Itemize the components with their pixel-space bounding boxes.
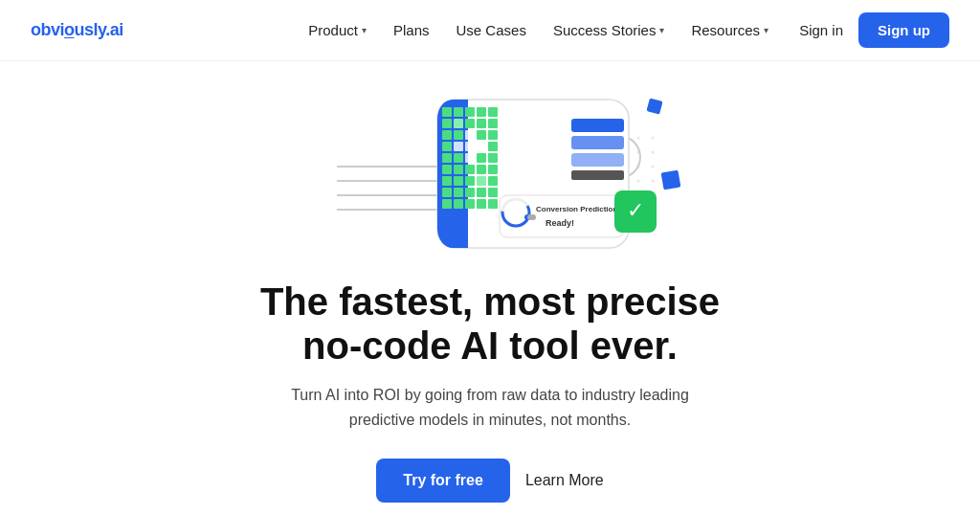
svg-point-91	[530, 214, 536, 220]
svg-rect-65	[442, 176, 452, 186]
svg-rect-80	[571, 119, 624, 132]
logo[interactable]: obviously.ai	[31, 20, 123, 40]
svg-rect-50	[442, 142, 452, 151]
svg-rect-46	[454, 130, 463, 140]
svg-rect-53	[477, 142, 486, 151]
chevron-down-icon: ▾	[659, 25, 664, 35]
svg-point-3	[637, 137, 640, 140]
nav-label-plans: Plans	[393, 22, 430, 38]
svg-point-9	[652, 151, 655, 154]
svg-rect-64	[488, 165, 498, 174]
svg-rect-36	[454, 107, 463, 117]
svg-rect-59	[488, 153, 498, 163]
hero-subtitle: Turn AI into ROI by going from raw data …	[289, 383, 691, 432]
svg-rect-37	[465, 107, 475, 117]
svg-rect-48	[477, 130, 486, 140]
svg-rect-43	[477, 119, 486, 128]
svg-rect-51	[454, 142, 463, 151]
svg-rect-45	[442, 130, 452, 140]
nav-actions: Sign in Sign up	[799, 12, 949, 48]
nav-label-resources: Resources	[691, 22, 760, 38]
svg-rect-62	[465, 165, 475, 174]
svg-rect-73	[477, 188, 486, 197]
svg-rect-58	[477, 153, 486, 163]
learn-more-button[interactable]: Learn More	[525, 472, 604, 489]
navbar: obviously.ai Product ▾ Plans Use Cases S…	[0, 0, 980, 61]
svg-rect-77	[465, 199, 475, 209]
svg-point-14	[652, 166, 655, 168]
svg-rect-78	[477, 199, 486, 209]
svg-rect-44	[488, 119, 498, 128]
svg-rect-74	[488, 188, 498, 197]
svg-rect-83	[571, 170, 624, 180]
svg-rect-39	[488, 107, 498, 117]
svg-rect-71	[454, 188, 463, 197]
svg-rect-56	[454, 153, 463, 163]
svg-rect-76	[454, 199, 463, 209]
svg-rect-66	[454, 176, 463, 186]
svg-rect-35	[442, 107, 452, 117]
svg-point-4	[652, 137, 655, 140]
svg-rect-52	[465, 142, 475, 151]
svg-rect-47	[465, 130, 475, 140]
svg-rect-57	[465, 153, 475, 163]
hero-illustration: Conversion Predictions: Ready! ✓	[279, 71, 701, 262]
svg-rect-81	[571, 136, 624, 149]
svg-rect-40	[442, 119, 452, 128]
svg-point-19	[652, 180, 655, 183]
try-free-button[interactable]: Try for free	[376, 459, 510, 503]
signup-button[interactable]: Sign up	[858, 12, 949, 48]
svg-rect-38	[477, 107, 486, 117]
svg-rect-79	[488, 199, 498, 209]
svg-rect-61	[454, 165, 463, 174]
svg-rect-49	[488, 130, 498, 140]
svg-rect-82	[571, 153, 624, 167]
svg-rect-60	[442, 165, 452, 174]
svg-rect-26	[661, 170, 681, 190]
svg-rect-67	[465, 176, 475, 186]
svg-rect-41	[454, 119, 463, 128]
svg-text:✓: ✓	[627, 198, 644, 222]
svg-rect-70	[442, 188, 452, 197]
svg-rect-42	[465, 119, 475, 128]
svg-rect-55	[442, 153, 452, 163]
logo-text: obviously.ai	[31, 20, 123, 39]
svg-rect-68	[477, 176, 486, 186]
svg-rect-69	[488, 176, 498, 186]
svg-rect-84	[500, 195, 624, 237]
nav-item-resources[interactable]: Resources ▾	[691, 22, 768, 38]
nav-label-usecases: Use Cases	[457, 22, 526, 38]
hero-title: The fastest, most precise no-code AI too…	[241, 280, 739, 368]
nav-links: Product ▾ Plans Use Cases Success Storie…	[308, 22, 768, 38]
svg-text:Conversion Predictions:: Conversion Predictions:	[536, 205, 624, 213]
nav-item-product[interactable]: Product ▾	[308, 22, 367, 38]
svg-rect-75	[442, 199, 452, 209]
chevron-down-icon: ▾	[764, 25, 768, 35]
nav-item-plans[interactable]: Plans	[393, 22, 430, 38]
nav-label-product: Product	[308, 22, 358, 38]
nav-item-successstories[interactable]: Success Stories ▾	[553, 22, 665, 38]
svg-rect-25	[646, 98, 662, 114]
svg-rect-72	[465, 188, 475, 197]
svg-rect-54	[488, 142, 498, 151]
nav-label-successstories: Success Stories	[553, 22, 657, 38]
svg-point-18	[637, 180, 640, 183]
hero-section: Conversion Predictions: Ready! ✓ The fas…	[0, 61, 980, 503]
svg-text:Ready!: Ready!	[546, 218, 574, 228]
hero-buttons: Try for free Learn More	[376, 459, 603, 503]
signin-button[interactable]: Sign in	[799, 22, 843, 38]
svg-rect-63	[477, 165, 486, 174]
nav-item-usecases[interactable]: Use Cases	[457, 22, 526, 38]
chevron-down-icon: ▾	[362, 25, 367, 35]
